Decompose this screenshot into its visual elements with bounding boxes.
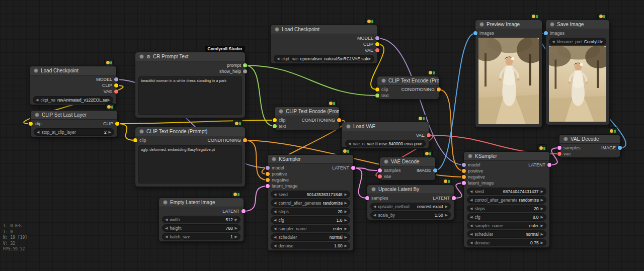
- widget-height[interactable]: ◀height768▶: [162, 224, 240, 232]
- input-slot-samples[interactable]: samples: [384, 168, 401, 173]
- decrement-arrow-icon[interactable]: ◀: [470, 232, 472, 236]
- widget-scheduler[interactable]: ◀schedulernormal▶: [467, 230, 546, 238]
- node-vae-decode-2[interactable]: VAE DecodesamplesIMAGEvae: [559, 134, 620, 158]
- input-dot-clip[interactable]: [29, 122, 33, 126]
- output-dot-IMAGE[interactable]: [618, 146, 622, 150]
- collapse-dot[interactable]: [381, 78, 386, 83]
- increment-arrow-icon[interactable]: ▶: [345, 235, 347, 239]
- input-slot-negative[interactable]: negative: [272, 177, 289, 183]
- output-dot-CONDITIONING[interactable]: [437, 87, 441, 92]
- input-slot-latent_image[interactable]: latent_image: [468, 180, 494, 186]
- node-title-bar[interactable]: CLIP Text Encode (Prompt): [377, 76, 439, 85]
- input-dot-positive[interactable]: [266, 172, 270, 176]
- input-dot-positive[interactable]: [462, 169, 466, 173]
- output-dot-LATENT[interactable]: [242, 209, 246, 213]
- decrement-arrow-icon[interactable]: ◀: [470, 224, 472, 228]
- increment-arrow-icon[interactable]: ▶: [369, 57, 371, 61]
- output-slot-IMAGE[interactable]: IMAGE: [601, 145, 616, 150]
- collapse-dot[interactable]: [384, 159, 388, 164]
- widget-width[interactable]: ◀width512▶: [162, 216, 240, 223]
- input-dot-text[interactable]: [273, 124, 277, 128]
- increment-arrow-icon[interactable]: ▶: [345, 227, 347, 231]
- collapse-dot[interactable]: [279, 109, 283, 114]
- output-slot-MODEL[interactable]: MODEL: [96, 77, 112, 82]
- output-slot-CLIP[interactable]: CLIP: [363, 42, 373, 47]
- increment-arrow-icon[interactable]: ▶: [235, 235, 237, 239]
- decrement-arrow-icon[interactable]: ◀: [470, 207, 472, 211]
- output-slot-CONDITIONING[interactable]: CONDITIONING: [401, 87, 435, 92]
- input-dot-clip[interactable]: [273, 118, 277, 122]
- decrement-arrow-icon[interactable]: ◀: [274, 210, 276, 214]
- widget-denoise[interactable]: ◀denoise0.75▶: [467, 239, 546, 246]
- increment-arrow-icon[interactable]: ▶: [420, 142, 423, 146]
- increment-arrow-icon[interactable]: ▶: [345, 244, 347, 248]
- decrement-arrow-icon[interactable]: ◀: [274, 235, 276, 239]
- node-empty-latent-image[interactable]: Empty Latent ImageLATENT◀width512▶◀heigh…: [158, 198, 244, 242]
- widget-ckpt_name[interactable]: ◀ckpt_namerevAnimated_v122EOL.safetensor…: [33, 96, 113, 104]
- node-title-bar[interactable]: CLIP Text Encode (Prompt): [135, 127, 245, 136]
- output-slot-CONDITIONING[interactable]: CONDITIONING: [301, 118, 335, 123]
- widget-sampler_name[interactable]: ◀sampler_nameeuler▶: [271, 225, 350, 232]
- decrement-arrow-icon[interactable]: ◀: [37, 130, 39, 134]
- increment-arrow-icon[interactable]: ▶: [541, 232, 543, 236]
- input-dot-model[interactable]: [266, 166, 270, 170]
- input-slot-samples[interactable]: samples: [371, 196, 388, 201]
- input-dot-images[interactable]: [544, 31, 548, 35]
- increment-arrow-icon[interactable]: ▶: [345, 193, 347, 197]
- collapse-dot[interactable]: [139, 54, 144, 59]
- widget-denoise[interactable]: ◀denoise1.00▶: [271, 242, 350, 249]
- node-title-bar[interactable]: ⚙CR Prompt Text: [135, 52, 245, 61]
- decrement-arrow-icon[interactable]: ◀: [165, 218, 168, 222]
- increment-arrow-icon[interactable]: ▶: [235, 226, 237, 230]
- output-dot-MODEL[interactable]: [114, 77, 118, 81]
- output-dot-CLIP[interactable]: [115, 122, 119, 126]
- increment-arrow-icon[interactable]: ▶: [541, 241, 543, 245]
- node-title-bar[interactable]: VAE Decode: [380, 157, 435, 166]
- input-slot-model[interactable]: model: [272, 165, 284, 170]
- collapse-dot[interactable]: [272, 157, 276, 161]
- widget-cfg[interactable]: ◀cfg1.6▶: [271, 216, 350, 224]
- input-dot-text[interactable]: [375, 94, 379, 98]
- increment-arrow-icon[interactable]: ▶: [345, 210, 347, 214]
- input-dot-clip[interactable]: [133, 138, 137, 142]
- node-title-bar[interactable]: KSampler: [464, 152, 549, 161]
- node-title-bar[interactable]: VAE Decode: [559, 135, 620, 144]
- increment-arrow-icon[interactable]: ▶: [345, 201, 347, 205]
- decrement-arrow-icon[interactable]: ◀: [277, 57, 279, 61]
- node-upscale-latent-by[interactable]: Upscale Latent BysamplesLATENT◀upscale_m…: [367, 185, 454, 220]
- widget-scale_by[interactable]: ◀scale_by1.50▶: [370, 211, 451, 219]
- decrement-arrow-icon[interactable]: ◀: [470, 241, 472, 245]
- collapse-dot[interactable]: [468, 154, 472, 158]
- node-title-bar[interactable]: KSampler: [268, 155, 353, 164]
- collapse-dot[interactable]: [564, 137, 568, 141]
- output-dot-MODEL[interactable]: [375, 36, 379, 40]
- increment-arrow-icon[interactable]: ▶: [445, 213, 448, 217]
- input-slot-clip[interactable]: clip: [381, 87, 388, 92]
- node-load-vae[interactable]: Load VAEVAE◀vae_namevae-ft-mse-840000-em…: [342, 122, 429, 149]
- output-dot-CLIP[interactable]: [114, 83, 118, 87]
- widget-control_after_generate[interactable]: ◀control_after_generaterandomize▶: [271, 199, 350, 207]
- output-dot-VAE[interactable]: [375, 48, 379, 52]
- increment-arrow-icon[interactable]: ▶: [541, 215, 543, 219]
- input-slot-clip[interactable]: clip: [139, 138, 146, 143]
- decrement-arrow-icon[interactable]: ◀: [274, 227, 276, 231]
- output-dot-IMAGE[interactable]: [433, 168, 437, 172]
- widget-seed[interactable]: ◀seed687440474431437▶: [467, 188, 546, 195]
- node-save-image[interactable]: Save Imageimages◀filename_prefixComfyUI▶: [545, 20, 610, 125]
- increment-arrow-icon[interactable]: ▶: [345, 218, 347, 222]
- input-slot-model[interactable]: model: [468, 162, 480, 167]
- output-dot-LATENT[interactable]: [452, 196, 456, 200]
- increment-arrow-icon[interactable]: ▶: [541, 190, 543, 194]
- node-clip-text-encode-right[interactable]: CLIP Text Encode (Prompt)clipCONDITIONIN…: [377, 76, 439, 100]
- output-dot-CONDITIONING[interactable]: [243, 138, 247, 142]
- node-title-bar[interactable]: Upscale Latent By: [367, 185, 454, 194]
- input-dot-negative[interactable]: [462, 175, 466, 179]
- widget-vae_name[interactable]: ◀vae_namevae-ft-mse-840000-ema-pruned.sa…: [345, 140, 426, 147]
- node-load-checkpoint-2[interactable]: Load CheckpointMODELCLIPVAE◀ckpt_nameepi…: [270, 25, 378, 64]
- widget-steps[interactable]: ◀steps20▶: [467, 205, 546, 212]
- output-dot-LATENT[interactable]: [351, 166, 355, 170]
- input-dot-model[interactable]: [462, 163, 466, 167]
- decrement-arrow-icon[interactable]: ◀: [274, 218, 276, 222]
- output-slot-prompt[interactable]: prompt: [227, 63, 241, 68]
- node-graph-canvas[interactable]: Load CheckpointMODELCLIPVAE◀ckpt_namerev…: [0, 0, 644, 271]
